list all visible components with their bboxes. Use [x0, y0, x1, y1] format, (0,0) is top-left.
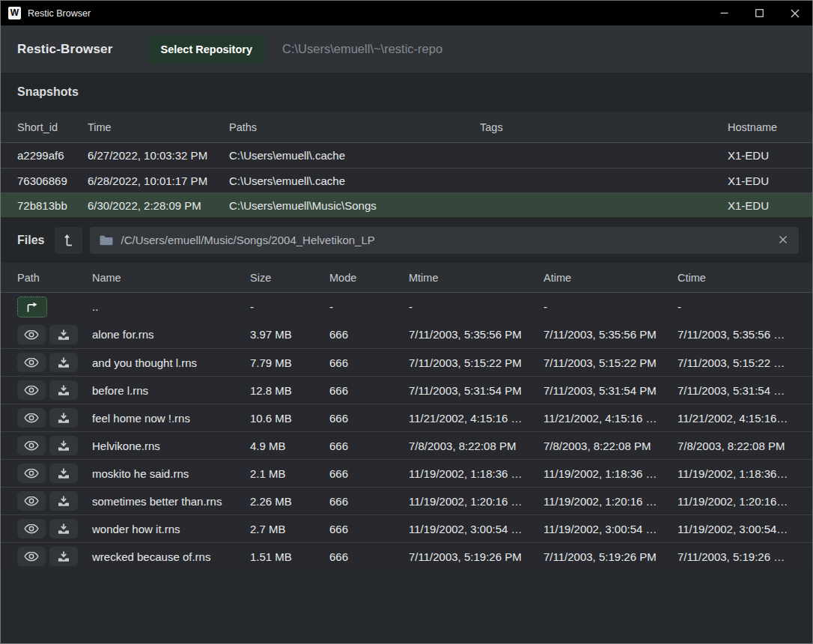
snapshots-table-body: a2299af6 6/27/2022, 10:03:32 PM C:\Users…: [1, 143, 812, 217]
download-icon: [58, 496, 70, 506]
file-ctime: 7/11/2003, 5:19:26 PM: [678, 550, 796, 563]
file-size: 10.6 MB: [250, 412, 329, 425]
preview-file-button[interactable]: [17, 408, 46, 428]
parent-row-name: ..: [92, 300, 250, 313]
eye-icon: [24, 413, 39, 423]
file-row[interactable]: moskito he said.rns 2.1 MB 666 11/19/200…: [1, 459, 812, 487]
file-mtime: 7/11/2003, 5:31:54 PM: [409, 384, 543, 397]
preview-file-button[interactable]: [17, 464, 46, 483]
maximize-button[interactable]: [742, 1, 777, 25]
file-name: wonder how it.rns: [92, 523, 250, 535]
column-header-ctime: Ctime: [678, 272, 796, 284]
download-file-button[interactable]: [49, 464, 78, 483]
file-mode: 666: [329, 550, 409, 563]
path-breadcrumb-bar[interactable]: /C/Users/emuell/Music/Songs/2004_Helveti…: [90, 227, 799, 254]
up-directory-button[interactable]: [17, 297, 47, 318]
download-file-button[interactable]: [49, 519, 78, 538]
window-controls: [707, 1, 812, 25]
preview-file-button[interactable]: [17, 353, 46, 372]
file-name: sometimes better than.rns: [92, 495, 250, 508]
download-file-button[interactable]: [49, 491, 78, 511]
download-icon: [58, 357, 70, 368]
file-mode: 666: [329, 356, 409, 369]
snapshot-row[interactable]: 76306869 6/28/2022, 10:01:17 PM C:\Users…: [1, 168, 812, 192]
file-name: and you thought l.rns: [92, 356, 250, 369]
maximize-icon: [755, 9, 764, 17]
window-title: Restic Browser: [28, 8, 91, 19]
select-repository-button[interactable]: Select Repository: [148, 35, 266, 64]
eye-icon: [24, 523, 39, 534]
file-ctime: 11/19/2002, 1:20:16 …: [678, 495, 796, 508]
parent-row-ctime: -: [678, 300, 796, 313]
close-button[interactable]: [777, 1, 812, 25]
file-row-actions: [17, 491, 92, 511]
download-file-button[interactable]: [49, 353, 78, 372]
file-row-actions: [17, 380, 92, 400]
file-mtime: 11/19/2002, 3:00:54 …: [409, 523, 543, 535]
snapshot-short-id: a2299af6: [17, 149, 88, 162]
app-logo-icon: W: [8, 7, 21, 19]
minimize-icon: [720, 9, 728, 17]
preview-file-button[interactable]: [17, 380, 46, 400]
parent-row-mode: -: [329, 300, 409, 313]
file-ctime: 11/19/2002, 1:18:36 …: [678, 467, 796, 480]
file-size: 2.1 MB: [250, 467, 329, 480]
snapshot-row[interactable]: a2299af6 6/27/2022, 10:03:32 PM C:\Users…: [1, 143, 812, 168]
snapshot-paths: C:\Users\emuell\.cache: [229, 174, 480, 187]
file-name: Helvikone.rns: [92, 440, 250, 452]
clear-path-button[interactable]: [777, 234, 789, 247]
minimize-button[interactable]: [707, 1, 742, 25]
file-row[interactable]: feel home now !.rns 10.6 MB 666 11/21/20…: [1, 404, 812, 431]
snapshot-hostname: X1-EDU: [728, 174, 796, 187]
download-icon: [58, 413, 70, 423]
file-atime: 7/11/2003, 5:19:26 PM: [543, 550, 678, 563]
preview-file-button[interactable]: [17, 436, 46, 455]
preview-file-button[interactable]: [17, 519, 46, 538]
preview-file-button[interactable]: [17, 547, 46, 566]
download-icon: [58, 385, 70, 395]
parent-row-actions: [17, 297, 92, 318]
go-to-parent-button[interactable]: [55, 227, 82, 254]
close-icon: [791, 9, 800, 18]
files-table-body: alone for.rns 3.97 MB 666 7/11/2003, 5:3…: [1, 321, 812, 570]
file-row[interactable]: wonder how it.rns 2.7 MB 666 11/19/2002,…: [1, 514, 812, 542]
preview-file-button[interactable]: [17, 491, 46, 511]
file-row[interactable]: sometimes better than.rns 2.26 MB 666 11…: [1, 487, 812, 514]
file-row[interactable]: wrecked because of.rns 1.51 MB 666 7/11/…: [1, 542, 812, 570]
file-name: before l.rns: [92, 384, 250, 397]
file-row-actions: [17, 408, 92, 428]
folder-icon: [100, 235, 113, 246]
file-mode: 666: [329, 523, 409, 535]
file-mtime: 7/11/2003, 5:35:56 PM: [409, 328, 543, 341]
eye-icon: [24, 357, 39, 368]
file-mode: 666: [329, 440, 409, 452]
file-atime: 11/19/2002, 1:20:16 …: [543, 495, 678, 508]
download-icon: [58, 551, 70, 562]
column-header-paths: Paths: [229, 121, 480, 133]
file-mtime: 7/11/2003, 5:19:26 PM: [409, 550, 543, 563]
file-row[interactable]: before l.rns 12.8 MB 666 7/11/2003, 5:31…: [1, 376, 812, 404]
download-file-button[interactable]: [49, 380, 78, 400]
download-file-button[interactable]: [49, 436, 78, 455]
file-row[interactable]: Helvikone.rns 4.9 MB 666 7/8/2003, 8:22:…: [1, 431, 812, 459]
column-header-hostname: Hostname: [728, 121, 796, 133]
file-atime: 11/19/2002, 3:00:54 …: [543, 523, 678, 535]
parent-directory-row[interactable]: .. - - - - -: [1, 293, 812, 321]
file-mode: 666: [329, 495, 409, 508]
column-header-mtime: Mtime: [409, 272, 543, 284]
snapshot-row[interactable]: 72b813bb 6/30/2022, 2:28:09 PM C:\Users\…: [1, 192, 812, 217]
download-file-button[interactable]: [49, 325, 78, 344]
download-file-button[interactable]: [49, 408, 78, 428]
snapshots-section-header: Snapshots: [1, 73, 812, 112]
up-directory-icon: [64, 234, 74, 246]
file-row[interactable]: and you thought l.rns 7.79 MB 666 7/11/2…: [1, 348, 812, 376]
file-row-actions: [17, 325, 92, 344]
file-mtime: 11/19/2002, 1:20:16 …: [409, 495, 543, 508]
files-title: Files: [17, 234, 44, 247]
download-file-button[interactable]: [49, 547, 78, 566]
file-row[interactable]: alone for.rns 3.97 MB 666 7/11/2003, 5:3…: [1, 321, 812, 348]
repository-path: C:\Users\emuell\~\restic-repo: [282, 42, 442, 56]
current-path-text: /C/Users/emuell/Music/Songs/2004_Helveti…: [121, 234, 777, 246]
preview-file-button[interactable]: [17, 325, 46, 344]
parent-row-size: -: [250, 300, 329, 313]
